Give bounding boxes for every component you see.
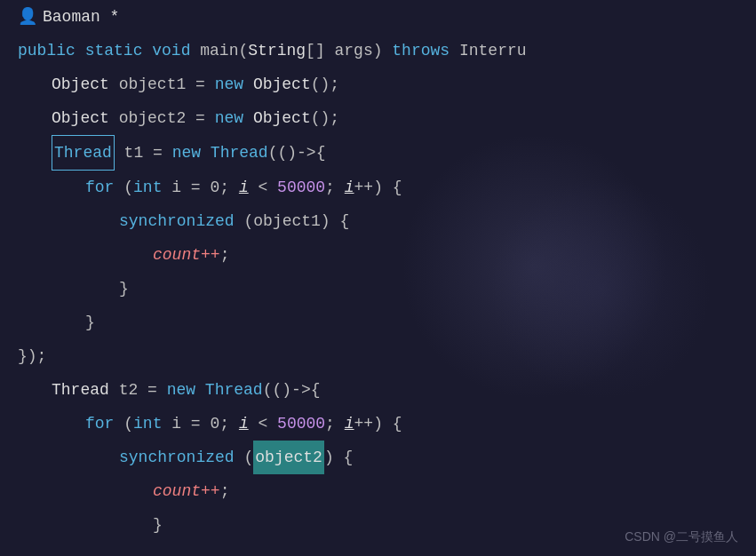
token-plain: t2 = [119,373,167,407]
code-line-l9: } [18,306,738,339]
token-plain: ++) { [354,171,402,204]
token-plain: (()->{ [268,136,336,170]
token-plain: } [153,508,163,542]
token-plain: ; [325,171,345,204]
token-plain: < [249,171,277,204]
code-line-l3: Object object2 = new Object(); [18,101,738,135]
token-kw: int [133,407,171,441]
token-kw: new [215,101,253,135]
code-line-l6: synchronized (object1) { [18,204,738,238]
token-kw: int [133,171,171,204]
code-line-l12: for (int i = 0; i < 50000; i++) { [18,407,738,441]
token-object2-highlight: object2 [253,441,324,474]
code-area: public static void main(String[] args) t… [0,34,756,542]
token-italic-u: i [239,171,249,204]
token-plain: (()->{ [263,373,330,407]
token-plain: ) { [324,441,353,474]
token-italic-u: i [239,407,249,441]
token-kw: for [85,171,123,204]
token-italic-red: count++ [153,474,220,508]
token-plain: ; [220,474,230,508]
token-plain: main( [200,34,248,68]
token-italic-red: count++ [153,238,220,272]
token-plain: i = 0; [171,171,239,204]
token-type: Object [253,101,311,135]
token-plain: ( [123,171,133,204]
token-plain: object2 = [119,101,215,135]
token-plain: object1 = [119,68,215,101]
token-kw: void [152,34,200,68]
code-line-l8: } [18,272,738,306]
token-plain: (); [311,68,339,101]
token-number: 50000 [277,171,325,204]
token-plain: t1 = [115,136,172,170]
token-plain: ( [123,407,133,441]
token-kw: new [167,373,205,407]
token-plain: [] args) [306,34,392,68]
token-kw: Thread [205,373,263,407]
token-plain: ( [243,441,253,474]
header-line: 👤 Baoman * [0,0,756,34]
token-number: 50000 [277,407,325,441]
token-kw: public [18,34,85,68]
token-kw: throws [392,34,459,68]
code-line-l7: count++; [18,238,738,272]
token-plain: ; [220,238,230,272]
token-plain: Interru [459,34,527,68]
token-plain: ; [325,407,345,441]
token-kw: synchronized [119,441,243,474]
code-line-l10: }); [18,339,738,373]
token-plain: ++) { [354,407,402,441]
token-thread-highlight: Thread [52,135,115,171]
token-type: Object [52,101,119,135]
username: Baoman * [43,0,119,34]
code-line-l2: Object object1 = new Object(); [18,68,738,101]
token-kw: new [215,68,253,101]
code-line-l4: Thread t1 = new Thread(()->{ [18,135,738,171]
code-line-l11: Thread t2 = new Thread(()->{ [18,373,738,407]
token-type: Object [52,68,119,101]
token-plain: i = 0; [171,407,239,441]
token-plain: } [85,306,95,339]
watermark: CSDN @二号摸鱼人 [625,529,738,545]
token-kw: new [172,136,211,170]
token-type: Object [253,68,311,101]
token-type: String [248,34,306,68]
token-kw: Thread [211,136,268,170]
token-plain: } [119,272,129,306]
token-italic-u: i [345,171,354,204]
token-kw: synchronized [119,204,243,238]
code-container: 👤 Baoman * public static void main(Strin… [0,0,756,556]
code-line-l14: count++; [18,474,738,508]
token-plain: < [249,407,277,441]
token-plain: }); [18,339,46,373]
token-plain: (); [311,101,339,135]
token-plain: (object1) { [243,204,349,238]
code-line-l5: for (int i = 0; i < 50000; i++) { [18,171,738,204]
token-kw: static [85,34,153,68]
avatar-icon: 👤 [18,0,37,34]
token-italic-u: i [345,407,354,441]
code-line-l1: public static void main(String[] args) t… [18,34,738,68]
token-kw: for [85,407,123,441]
token-type: Thread [52,373,119,407]
code-line-l13: synchronized (object2) { [18,441,738,474]
